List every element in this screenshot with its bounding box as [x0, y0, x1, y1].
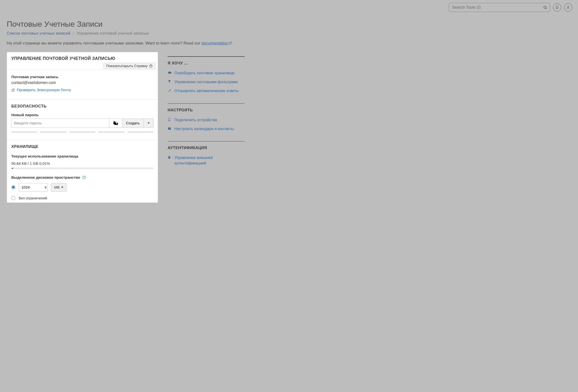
search-icon[interactable]	[542, 4, 549, 11]
wand-icon	[168, 88, 172, 92]
svg-point-6	[84, 178, 84, 178]
link-free-storage[interactable]: Освободить почтовое хранилище	[168, 70, 245, 76]
breadcrumb-link[interactable]: Список почтовых учетных записей	[7, 31, 70, 35]
svg-point-2	[568, 6, 569, 7]
generate-password-button[interactable]: Создать	[122, 118, 144, 128]
intro-text: На этой странице вы можете управлять поч…	[7, 41, 571, 46]
svg-point-4	[151, 67, 151, 67]
generate-password-options[interactable]	[144, 118, 153, 128]
side-title-want: Я ХОЧУ ...	[168, 61, 245, 65]
help-icon	[149, 64, 153, 68]
page-title: Почтовые Учетные Записи	[7, 20, 571, 29]
help-toggle[interactable]: Показать/скрыть Справку	[103, 63, 155, 69]
account-value: contact@vashdomen.com	[11, 80, 153, 85]
external-link-icon	[229, 41, 232, 45]
breadcrumb-separator: /	[73, 31, 74, 35]
usage-value: 90,84 KB / 1 GB 0,01%	[11, 161, 153, 166]
side-title-setup: НАСТРОИТЬ	[168, 108, 245, 112]
search-input[interactable]	[449, 3, 550, 12]
lock-icon	[168, 155, 172, 159]
svg-line-1	[546, 8, 547, 9]
caret-down-icon	[61, 187, 63, 188]
link-calendar-contacts[interactable]: Настроить календари и контакты	[168, 126, 245, 132]
panel-title: УПРАВЛЕНИЕ ПОЧТОВОЙ УЧЕТНОЙ ЗАПИСЬЮ	[11, 56, 153, 61]
account-label: Почтовая учетная запись	[11, 75, 153, 79]
user-menu-button[interactable]	[564, 3, 572, 11]
svg-point-0	[544, 6, 546, 8]
search-wrap	[449, 3, 550, 12]
info-icon[interactable]	[82, 176, 86, 179]
usage-progress	[11, 168, 153, 169]
toggle-password-visibility[interactable]	[109, 118, 122, 128]
eye-off-icon	[113, 120, 118, 126]
cloud-upload-icon	[168, 71, 172, 75]
check-mail-link[interactable]: Проверить Электронную Почту	[11, 88, 71, 92]
link-external-auth[interactable]: Управление внешней аутентификацией	[168, 155, 245, 166]
new-password-label: Новый пароль	[11, 113, 153, 117]
phone-icon	[168, 118, 172, 121]
side-title-auth: АУТЕНТИФИКАЦИЯ	[168, 146, 245, 150]
caret-down-icon	[147, 122, 150, 124]
alloc-label: Выделенное дисковое пространство	[11, 175, 80, 180]
quota-unlimited-radio[interactable]	[11, 196, 15, 200]
security-section-title: БЕЗОПАСНОСТЬ	[11, 100, 153, 109]
external-link-icon	[11, 88, 15, 92]
storage-section-title: ХРАНИЛИЩЕ	[11, 140, 153, 150]
notifications-button[interactable]	[553, 3, 561, 11]
manage-account-panel: УПРАВЛЕНИЕ ПОЧТОВОЙ УЧЕТНОЙ ЗАПИСЬЮ Пока…	[7, 52, 158, 203]
usage-label: Текущее использование хранилища	[11, 154, 153, 158]
calendar-icon	[168, 126, 172, 130]
right-sidebar: Я ХОЧУ ... Освободить почтовое хранилище…	[168, 52, 245, 169]
breadcrumb: Список почтовых учетных записей / Управл…	[7, 31, 571, 36]
user-icon	[566, 5, 570, 9]
link-auto-reply[interactable]: Отправлять автоматические ответы	[168, 88, 245, 94]
password-input[interactable]	[11, 118, 109, 128]
quota-fixed-radio[interactable]	[11, 185, 15, 189]
link-connect-devices[interactable]: Подключить устройства	[168, 117, 245, 123]
link-mail-filters[interactable]: Управление почтовыми фильтрами	[168, 79, 245, 85]
quota-unit-select[interactable]: MB	[51, 183, 66, 192]
topbar	[0, 0, 578, 15]
quota-value-input[interactable]	[19, 183, 48, 192]
quota-unlimited-label: Без ограничений	[19, 196, 47, 200]
filter-icon	[168, 79, 172, 83]
page: Почтовые Учетные Записи Список почтовых …	[0, 15, 578, 212]
breadcrumb-current: Управление почтовой учетной записью	[77, 31, 149, 35]
documentation-link[interactable]: documentation	[201, 41, 232, 45]
password-strength-meter	[11, 131, 153, 133]
bell-icon	[555, 5, 559, 9]
